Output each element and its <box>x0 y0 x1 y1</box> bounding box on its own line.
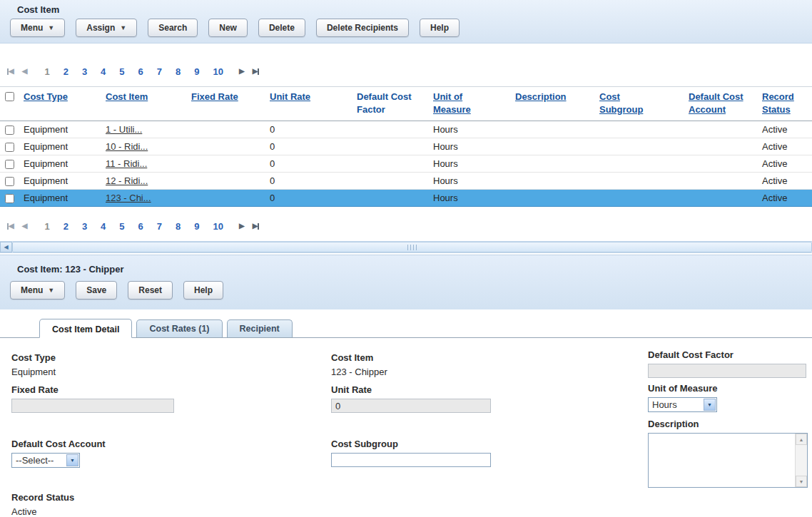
dropdown-arrow-icon[interactable]: ▼ <box>66 454 78 466</box>
table-row[interactable]: Equipment 11 - Ridi... 0 Hours Active <box>0 155 812 173</box>
column-header-default-cost-account[interactable]: Default Cost Account <box>689 91 754 116</box>
page-number[interactable]: 2 <box>64 66 68 77</box>
cell-default-cost-account <box>686 138 760 155</box>
first-page-icon[interactable]: ◀ <box>7 68 14 75</box>
page-number[interactable]: 5 <box>119 66 124 77</box>
row-checkbox[interactable] <box>5 194 14 203</box>
delete-button[interactable]: Delete <box>258 19 305 37</box>
save-button[interactable]: Save <box>76 281 117 300</box>
assign-button[interactable]: Assign ▼ <box>76 19 137 37</box>
column-header-fixed-rate[interactable]: Fixed Rate <box>191 91 238 103</box>
cell-fixed-rate <box>189 138 268 155</box>
record-status-value: Active <box>11 506 74 517</box>
tab-cost-rates[interactable]: Cost Rates (1) <box>136 319 222 337</box>
detail-toolbar: Menu ▼ Save Reset Help <box>10 281 812 300</box>
row-checkbox[interactable] <box>5 177 14 186</box>
page-number[interactable]: 6 <box>138 66 143 77</box>
cell-unit-of-measure: Hours <box>431 121 513 138</box>
cell-default-cost-factor <box>355 155 431 173</box>
page-number[interactable]: 10 <box>213 221 223 232</box>
page-number[interactable]: 4 <box>101 221 106 232</box>
chevron-down-icon: ▼ <box>48 25 54 31</box>
column-header-cost-type[interactable]: Cost Type <box>24 91 68 103</box>
page-number[interactable]: 7 <box>157 221 162 232</box>
cost-item-link[interactable]: 1 - Utili... <box>106 124 142 135</box>
page-number[interactable]: 3 <box>82 66 87 77</box>
detail-menu-button-label: Menu <box>21 285 43 295</box>
page-number[interactable]: 3 <box>82 221 87 232</box>
cell-unit-of-measure: Hours <box>431 155 513 173</box>
cell-unit-rate: 0 <box>268 155 355 173</box>
page-number[interactable]: 6 <box>138 221 143 232</box>
cost-item-link[interactable]: 10 - Ridi... <box>106 141 148 152</box>
page-number[interactable]: 2 <box>64 221 68 232</box>
help-button[interactable]: Help <box>420 19 460 37</box>
table-row[interactable]: Equipment 12 - Ridi... 0 Hours Active <box>0 173 812 190</box>
scroll-left-icon[interactable]: ◀ <box>0 242 12 252</box>
row-checkbox[interactable] <box>5 160 14 169</box>
default-cost-account-select[interactable]: --Select-- ▼ <box>11 453 80 468</box>
table-row[interactable]: Equipment 1 - Utili... 0 Hours Active <box>0 121 812 138</box>
page-number[interactable]: 4 <box>101 66 106 77</box>
tab-recipient[interactable]: Recipient <box>227 319 293 337</box>
column-header-record-status[interactable]: Record Status <box>762 91 799 116</box>
column-header-unit-of-measure[interactable]: Unit of Measure <box>433 91 476 116</box>
page-number[interactable]: 9 <box>194 66 199 77</box>
row-checkbox[interactable] <box>5 143 14 152</box>
cell-record-status: Active <box>760 155 812 173</box>
first-page-icon[interactable]: ◀ <box>7 222 14 230</box>
assign-button-label: Assign <box>86 23 115 33</box>
detail-help-button[interactable]: Help <box>183 281 223 300</box>
cell-fixed-rate <box>189 121 268 138</box>
cell-unit-rate: 0 <box>268 121 355 138</box>
page-number[interactable]: 10 <box>213 66 223 77</box>
cost-subgroup-input[interactable] <box>331 453 491 467</box>
column-header-cost-item[interactable]: Cost Item <box>106 91 148 103</box>
dropdown-arrow-icon[interactable]: ▼ <box>704 399 716 411</box>
search-button[interactable]: Search <box>148 19 198 37</box>
field-unit-rate: Unit Rate <box>331 384 491 413</box>
page-number[interactable]: 5 <box>119 221 124 232</box>
description-textarea[interactable]: ▲ ▼ <box>648 433 808 488</box>
next-page-icon[interactable]: ▶ <box>239 68 245 75</box>
delete-recipients-button[interactable]: Delete Recipients <box>316 19 409 37</box>
page-number[interactable]: 9 <box>194 221 199 232</box>
default-cost-account-label: Default Cost Account <box>11 439 106 450</box>
horizontal-scrollbar-thumb[interactable] <box>12 242 812 252</box>
previous-page-icon[interactable]: ◀ <box>22 222 28 230</box>
unit-of-measure-select[interactable]: Hours ▼ <box>648 397 717 412</box>
column-header-description[interactable]: Description <box>515 91 567 103</box>
cost-item-link[interactable]: 11 - Ridi... <box>106 158 147 169</box>
unit-rate-input[interactable] <box>331 399 491 413</box>
cost-item-link[interactable]: 12 - Ridi... <box>106 175 148 186</box>
description-label: Description <box>648 419 808 430</box>
field-default-cost-factor: Default Cost Factor <box>648 349 806 378</box>
detail-menu-button[interactable]: Menu ▼ <box>10 281 65 300</box>
menu-button[interactable]: Menu ▼ <box>10 19 65 37</box>
next-page-icon[interactable]: ▶ <box>239 222 245 230</box>
cost-item-link[interactable]: 123 - Chi... <box>106 193 151 203</box>
page-number[interactable]: 8 <box>176 221 181 232</box>
tab-cost-item-detail[interactable]: Cost Item Detail <box>39 319 132 338</box>
page-number[interactable]: 8 <box>176 66 181 77</box>
field-unit-of-measure: Unit of Measure Hours ▼ <box>648 383 718 412</box>
row-checkbox[interactable] <box>5 126 14 135</box>
select-all-checkbox[interactable] <box>5 92 14 101</box>
last-page-icon[interactable]: ▶ <box>253 222 260 230</box>
scroll-down-icon[interactable]: ▼ <box>796 476 807 487</box>
previous-page-icon[interactable]: ◀ <box>22 68 28 75</box>
scroll-up-icon[interactable]: ▲ <box>796 434 807 445</box>
cell-default-cost-account <box>686 155 760 173</box>
new-button[interactable]: New <box>208 19 248 37</box>
reset-button[interactable]: Reset <box>128 281 173 300</box>
cost-item-label: Cost Item <box>331 352 387 364</box>
page-number[interactable]: 7 <box>157 66 162 77</box>
table-row[interactable]: Equipment 10 - Ridi... 0 Hours Active <box>0 138 812 155</box>
last-page-icon[interactable]: ▶ <box>253 68 260 75</box>
cost-item-table: Cost Type Cost Item Fixed Rate Unit Rate… <box>0 86 812 207</box>
column-header-unit-rate[interactable]: Unit Rate <box>270 91 310 103</box>
fixed-rate-input <box>11 399 174 413</box>
list-header-band: Cost Item Menu ▼ Assign ▼ Search New Del… <box>0 0 812 43</box>
table-row-selected[interactable]: Equipment 123 - Chi... 0 Hours Active <box>0 190 812 207</box>
column-header-cost-subgroup[interactable]: Cost Subgroup <box>599 91 651 116</box>
